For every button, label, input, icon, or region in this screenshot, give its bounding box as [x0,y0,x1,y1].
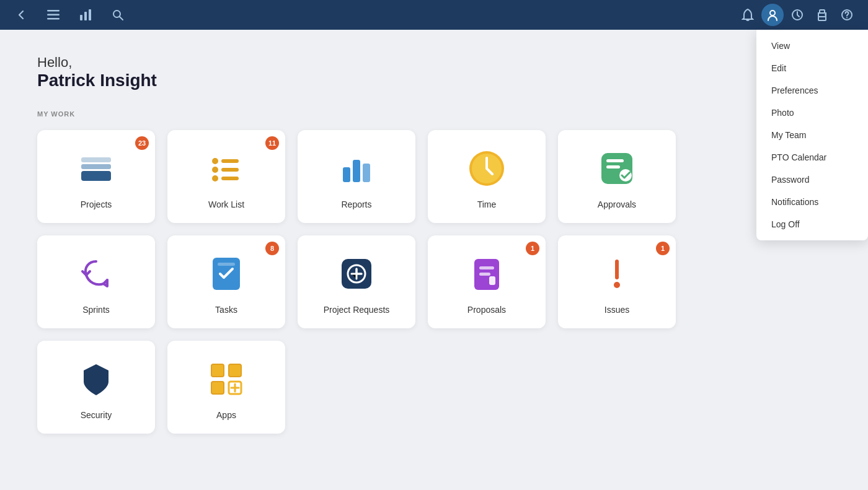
svg-point-42 [614,282,620,288]
card-label-time: Time [477,199,497,209]
dropdown-item-photo[interactable]: Photo [756,102,868,124]
svg-point-13 [846,17,848,19]
notification-button[interactable] [737,4,759,26]
badge-issues: 1 [656,242,670,255]
svg-rect-39 [479,266,494,269]
svg-rect-14 [81,157,111,162]
clock-button[interactable] [786,4,808,26]
apps-icon [202,354,251,404]
card-label-apps: Apps [216,410,236,420]
dropdown-item-preferences[interactable]: Preferences [756,79,868,102]
svg-rect-9 [818,17,826,20]
svg-rect-20 [221,168,239,172]
tasks-icon [202,249,251,299]
card-issues[interactable]: 1 Issues [558,235,676,328]
cards-row-3: Security Apps [37,341,831,434]
svg-rect-16 [81,171,111,181]
cards-row-2: Sprints 8 Tasks [37,235,831,328]
svg-rect-5 [89,9,91,20]
card-label-sprints: Sprints [82,305,110,315]
card-approvals[interactable]: Approvals [558,130,676,223]
svg-rect-43 [211,364,224,377]
topnav-right [737,4,858,26]
projectrequests-icon [332,249,381,299]
cards-row-1: 23 Projects 11 [37,130,831,223]
card-label-issues: Issues [604,305,629,315]
svg-rect-3 [80,15,82,20]
sprints-icon [71,249,121,299]
menu-button[interactable] [42,4,64,26]
user-button[interactable] [761,4,784,26]
svg-rect-4 [84,12,87,20]
reports-icon [332,144,381,193]
card-projectrequests[interactable]: Project Requests [298,235,415,328]
dropdown-item-view[interactable]: View [756,35,868,57]
svg-point-17 [212,158,218,164]
card-proposals[interactable]: 1 Proposals [428,235,546,328]
user-dropdown-menu: View Edit Preferences Photo My Team PTO … [756,30,868,240]
chart-button[interactable] [74,4,97,26]
card-projects[interactable]: 23 Projects [37,130,155,223]
search-button[interactable] [107,4,129,26]
badge-worklist: 11 [265,136,279,150]
card-sprints[interactable]: Sprints [37,235,155,328]
card-tasks[interactable]: 8 Tasks [167,235,285,328]
card-label-worklist: Work List [208,199,244,209]
svg-rect-23 [343,167,350,182]
badge-proposals: 1 [526,242,539,255]
approvals-icon [592,144,642,193]
main-content: Hello, Patrick Insight MY WORK 23 Projec… [0,30,868,490]
card-label-projects: Projects [81,199,112,209]
dropdown-item-pto[interactable]: PTO Calendar [756,146,868,168]
topnav-left [10,4,129,26]
card-label-security: Security [81,410,112,420]
topnav [0,0,868,30]
svg-point-11 [825,14,826,15]
card-time[interactable]: Time [428,130,546,223]
svg-rect-40 [479,273,490,276]
badge-projects: 23 [135,136,149,150]
svg-rect-22 [221,177,239,180]
svg-rect-10 [820,10,825,13]
svg-rect-2 [47,18,60,20]
svg-rect-25 [363,164,370,182]
card-label-projectrequests: Project Requests [324,305,390,315]
svg-rect-1 [47,14,60,16]
dropdown-item-edit[interactable]: Edit [756,57,868,79]
shield-icon [71,354,121,404]
svg-point-21 [212,175,218,182]
card-label-approvals: Approvals [598,199,636,209]
card-worklist[interactable]: 11 Work List [167,130,285,223]
section-label-mywork: MY WORK [37,110,831,118]
greeting-name: Patrick Insight [37,71,831,90]
printer-button[interactable] [811,4,833,26]
greeting-hello: Hello, [37,55,831,71]
card-reports[interactable]: Reports [298,130,415,223]
svg-point-7 [770,11,775,15]
svg-rect-18 [221,159,239,163]
dropdown-item-password[interactable]: Password [756,168,868,191]
svg-rect-30 [606,165,620,168]
back-button[interactable] [10,4,32,26]
svg-rect-45 [211,382,224,394]
svg-rect-33 [218,263,235,266]
worklist-icon [202,144,251,193]
svg-rect-15 [81,164,111,169]
dropdown-item-notifications[interactable]: Notifications [756,191,868,213]
proposals-icon [462,249,512,299]
issues-icon [592,249,642,299]
dropdown-item-logoff[interactable]: Log Off [756,213,868,235]
dropdown-item-myteam[interactable]: My Team [756,124,868,146]
svg-rect-29 [606,159,624,162]
badge-tasks: 8 [265,242,279,255]
card-apps[interactable]: Apps [167,341,285,434]
svg-rect-0 [47,10,60,12]
card-label-tasks: Tasks [215,305,237,315]
svg-rect-24 [353,160,360,182]
svg-point-19 [212,167,218,173]
svg-rect-44 [229,364,241,377]
help-button[interactable] [836,4,858,26]
card-security[interactable]: Security [37,341,155,434]
time-icon [462,144,512,193]
svg-rect-41 [489,276,495,285]
